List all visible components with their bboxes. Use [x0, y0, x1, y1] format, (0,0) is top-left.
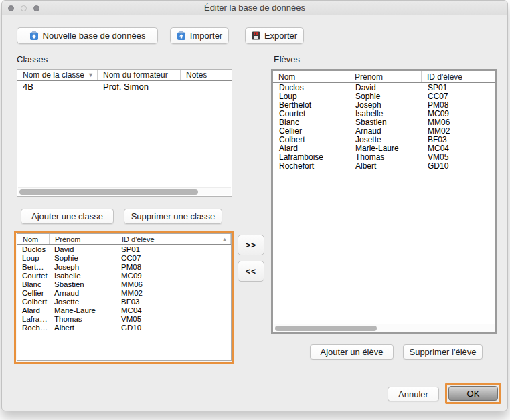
table-cell: Thomas [50, 315, 116, 323]
table-cell: MM02 [116, 289, 231, 297]
table-row[interactable]: LaframboiseThomasVM05 [273, 152, 495, 161]
table-row[interactable]: CellierArnaudMM02 [273, 126, 495, 135]
table-cell: CC07 [116, 254, 231, 262]
scrollbar-thumb[interactable] [19, 189, 198, 195]
clipboard-icon [29, 31, 39, 41]
table-cell: MM06 [116, 280, 231, 288]
remove-class-button[interactable]: Supprimer une classe [124, 209, 222, 224]
table-cell: Albert [349, 161, 422, 171]
table-cell: Alard [273, 144, 349, 153]
table-cell: VM05 [116, 315, 231, 323]
table-cell: Prof. Simon [98, 82, 181, 92]
column-header-first-name[interactable]: Prénom [50, 234, 116, 244]
table-cell: Duclos [273, 83, 349, 92]
ok-annotation-highlight: OK [445, 383, 501, 404]
column-header-class-name[interactable]: Nom de la classe ▼ [17, 70, 98, 80]
table-cell: BF03 [116, 298, 231, 306]
classes-table[interactable]: Nom de la classe ▼ Nom du formateur Note… [17, 69, 232, 197]
column-header-first-name[interactable]: Prénom [349, 71, 422, 82]
table-cell: David [50, 245, 116, 253]
table-row[interactable]: DuclosDavidSP01 [273, 83, 495, 92]
table-cell: Isabelle [349, 109, 422, 118]
add-class-button[interactable]: Ajouter une classe [21, 209, 114, 224]
table-row[interactable]: RochefortAlbertGD10 [273, 161, 495, 170]
table-cell: Sophie [349, 92, 422, 101]
table-cell: Joseph [349, 100, 422, 110]
table-cell: Josette [349, 135, 422, 144]
sort-ascending-icon: ▲ [222, 236, 228, 243]
table-row[interactable]: AlardMarie-LaureMC04 [17, 306, 231, 314]
column-header-last-name[interactable]: Nom [17, 234, 50, 244]
table-cell: PM08 [116, 263, 231, 271]
table-cell: Courtet [273, 109, 349, 118]
table-cell: CC07 [422, 92, 495, 101]
table-cell: SP01 [116, 245, 231, 253]
table-cell: Marie-Laure [349, 144, 422, 153]
table-cell: Laframboise [273, 152, 349, 162]
table-cell: Josette [50, 298, 116, 306]
move-students-right-button[interactable]: >> [238, 235, 264, 255]
table-cell: Blanc [17, 280, 50, 288]
table-row[interactable]: Bert…JosephPM08 [17, 262, 231, 271]
table-cell: Albert [50, 324, 116, 332]
new-database-label: Nouvelle base de données [43, 31, 146, 41]
students-table-header: Nom Prénom ID d'élève [273, 71, 495, 83]
table-cell: David [349, 83, 422, 92]
class-students-table[interactable]: Nom Prénom ID d'élève ▲ DuclosDavidSP01L… [17, 233, 232, 361]
table-row[interactable]: CellierArnaudMM02 [17, 288, 231, 297]
clipboard-icon [177, 31, 186, 41]
table-row[interactable]: LoupSophieCC07 [17, 253, 231, 262]
table-cell: MM02 [422, 126, 495, 136]
new-database-button[interactable]: Nouvelle base de données [17, 27, 158, 44]
table-row[interactable]: AlardMarie-LaureMC04 [273, 144, 495, 152]
table-row[interactable]: 4BProf. Simon [17, 81, 232, 92]
table-cell: Sbastien [349, 118, 422, 127]
table-cell: MC04 [116, 306, 231, 314]
class-students-annotation-highlight: Nom Prénom ID d'élève ▲ DuclosDavidSP01L… [14, 231, 234, 364]
table-cell: GD10 [116, 324, 231, 332]
table-cell: MM06 [422, 118, 495, 127]
table-row[interactable]: LoupSophieCC07 [273, 92, 495, 100]
table-row[interactable]: ColbertJosetteBF03 [273, 135, 495, 144]
column-header-student-id[interactable]: ID d'élève [116, 234, 231, 244]
scrollbar-thumb[interactable] [275, 326, 377, 331]
table-cell: MC09 [422, 109, 495, 118]
class-students-table-body: DuclosDavidSP01LoupSophieCC07Bert…Joseph… [17, 245, 231, 332]
export-button[interactable]: Exporter [245, 27, 304, 44]
table-cell: Joseph [50, 263, 116, 271]
table-cell: Cellier [17, 289, 50, 297]
table-row[interactable]: ColbertJosetteBF03 [17, 297, 231, 306]
table-cell: VM05 [422, 152, 495, 162]
column-header-last-name[interactable]: Nom [273, 71, 349, 82]
table-cell: Colbert [273, 135, 349, 144]
remove-student-button[interactable]: Supprimer l'élève [403, 344, 483, 360]
table-row[interactable]: BlancSbastienMM06 [273, 118, 495, 126]
table-cell: Thomas [349, 152, 422, 162]
table-cell: Lafra… [17, 315, 50, 323]
move-students-left-button[interactable]: << [238, 261, 264, 282]
table-row[interactable]: CourtetIsabelleMC09 [273, 109, 495, 118]
cancel-button[interactable]: Annuler [388, 387, 439, 401]
table-cell: Blanc [273, 118, 349, 127]
export-label: Exporter [264, 31, 297, 41]
add-student-button[interactable]: Ajouter un élève [310, 344, 394, 360]
table-cell: MC04 [422, 144, 495, 153]
table-cell: Sbastien [50, 280, 116, 288]
import-button[interactable]: Importer [170, 27, 229, 44]
table-cell: Marie-Laure [50, 306, 116, 314]
horizontal-scrollbar[interactable] [274, 324, 495, 332]
table-row[interactable]: Roch…AlbertGD10 [17, 323, 231, 332]
table-row[interactable]: Lafra…ThomasVM05 [17, 314, 231, 323]
students-table[interactable]: Nom Prénom ID d'élève DuclosDavidSP01Lou… [271, 69, 497, 334]
table-cell: BF03 [422, 135, 495, 144]
table-row[interactable]: BerthelotJosephPM08 [273, 100, 495, 109]
table-row[interactable]: DuclosDavidSP01 [17, 245, 231, 253]
column-header-student-id[interactable]: ID d'élève [422, 71, 495, 82]
column-header-notes[interactable]: Notes [181, 70, 232, 80]
horizontal-scrollbar[interactable] [18, 187, 231, 195]
ok-button[interactable]: OK [448, 386, 498, 401]
table-row[interactable]: CourtetIsabelleMC09 [17, 271, 231, 280]
column-header-trainer-name[interactable]: Nom du formateur [98, 70, 181, 80]
footer-divider [14, 373, 497, 373]
table-row[interactable]: BlancSbastienMM06 [17, 280, 231, 288]
